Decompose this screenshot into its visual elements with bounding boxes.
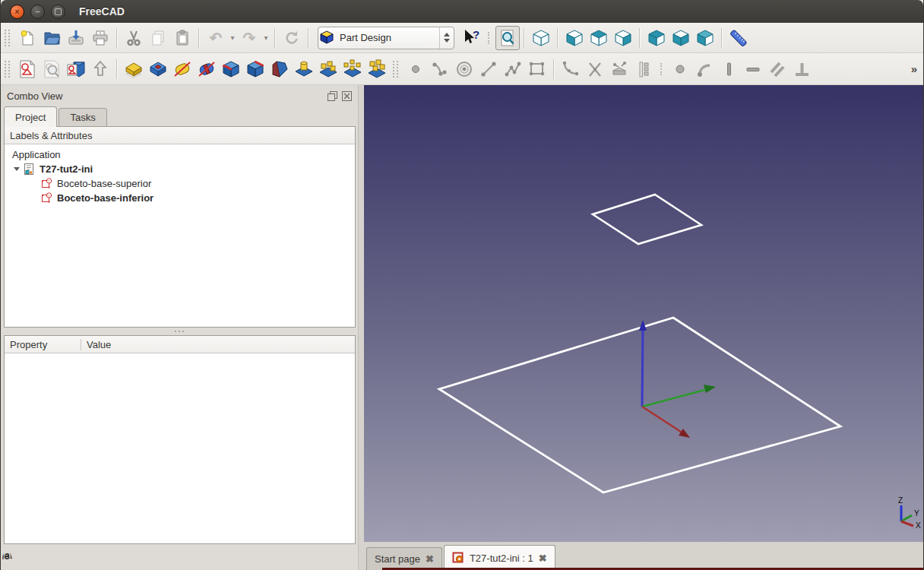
copy-button[interactable] — [146, 26, 170, 50]
maximize-window-button[interactable] — [51, 5, 65, 19]
close-window-button[interactable]: × — [10, 5, 24, 19]
mdi-tab-document[interactable]: T27-tut2-ini : 1 ✖ — [444, 545, 555, 570]
multi-transform-button[interactable] — [365, 57, 389, 81]
save-button[interactable] — [64, 26, 88, 50]
mdi-tab-start-page[interactable]: Start page ✖ — [366, 547, 442, 570]
sketch-polyline-button[interactable] — [501, 57, 525, 81]
constrain-horizontal-button[interactable] — [741, 57, 765, 81]
tree-item-document[interactable]: T27-tut2-ini — [5, 162, 355, 176]
separator — [198, 28, 200, 48]
cut-button[interactable] — [122, 26, 146, 50]
redo-menu-button[interactable]: ▾ — [261, 33, 271, 42]
separator — [721, 28, 723, 48]
viewport-column: Z Y X Start page ✖ T27-tut2-ini : 1 ✖ — [364, 85, 924, 570]
workbench-spinner[interactable] — [439, 27, 454, 49]
redo-button[interactable]: ↷ — [237, 26, 261, 50]
paste-button[interactable] — [170, 26, 195, 50]
create-sketch-button[interactable] — [15, 57, 40, 81]
tree-item-application[interactable]: Application — [5, 147, 355, 162]
whats-this-button[interactable]: ? — [459, 26, 483, 50]
top-view-button[interactable] — [587, 26, 611, 50]
left-view-button[interactable] — [693, 26, 717, 50]
trim-edge-button[interactable] — [583, 57, 607, 81]
new-document-button[interactable] — [15, 26, 40, 50]
refresh-button[interactable] — [280, 26, 304, 50]
revolution-icon — [172, 59, 192, 79]
tree-item-sketch-inferior[interactable]: Boceto-base-inferior — [5, 191, 355, 205]
sketch-superior-wireframe[interactable] — [593, 195, 701, 244]
constrain-vertical-button[interactable] — [717, 57, 741, 81]
linear-pattern-button[interactable] — [316, 57, 340, 81]
mirrored-button[interactable] — [292, 57, 316, 81]
property-table-body[interactable] — [5, 353, 355, 543]
whats-this-icon: ? — [461, 28, 481, 48]
constrain-coincident-button[interactable] — [668, 57, 692, 81]
value-column-header[interactable]: Value — [81, 339, 111, 350]
expander-icon[interactable] — [14, 167, 20, 171]
window-title: FreeCAD — [79, 5, 125, 17]
panel-viewport-splitter[interactable] — [358, 85, 364, 570]
right-view-button[interactable] — [611, 26, 635, 50]
open-folder-button[interactable] — [40, 26, 64, 50]
redo-icon: ↷ — [243, 29, 256, 47]
sketch-point-button[interactable] — [403, 57, 428, 81]
sketch-inferior-wireframe[interactable] — [439, 318, 840, 492]
freecad-document-icon — [452, 552, 464, 564]
fillet-button[interactable] — [219, 57, 243, 81]
toolbar-handle[interactable] — [660, 63, 663, 75]
circle-icon — [455, 60, 473, 78]
float-panel-icon[interactable] — [328, 91, 337, 101]
sketch-rectangle-button[interactable] — [525, 57, 549, 81]
toolbar-handle[interactable] — [5, 61, 10, 78]
pocket-button[interactable] — [146, 57, 170, 81]
minimize-window-button[interactable]: – — [30, 5, 45, 19]
tab-tasks[interactable]: Tasks — [59, 108, 106, 127]
workbench-selector[interactable]: Part Design — [318, 27, 454, 49]
constrain-parallel-button[interactable] — [765, 57, 790, 81]
toolbar-handle[interactable] — [488, 32, 491, 44]
toolbar-handle[interactable] — [5, 30, 10, 46]
groove-button[interactable] — [195, 57, 219, 81]
view-sketch-button[interactable] — [40, 57, 64, 81]
3d-viewport[interactable]: Z Y X — [364, 85, 924, 542]
fit-all-button[interactable] — [495, 26, 520, 50]
front-view-button[interactable] — [562, 26, 587, 50]
rear-view-button[interactable] — [644, 26, 669, 50]
sketch-circle-button[interactable] — [452, 57, 476, 81]
groove-icon — [197, 59, 217, 79]
titlebar: × – FreeCAD — [1, 0, 923, 23]
sketch-fillet-button[interactable] — [559, 57, 583, 81]
edit-controls-button[interactable] — [631, 57, 656, 81]
undo-menu-button[interactable]: ▾ — [228, 33, 237, 42]
print-button[interactable] — [88, 26, 112, 50]
map-sketch-to-face-button[interactable] — [64, 57, 88, 81]
axonometric-view-button[interactable] — [529, 26, 553, 50]
tab-project[interactable]: Project — [4, 106, 57, 127]
leave-sketch-button[interactable] — [88, 57, 112, 81]
measure-distance-button[interactable] — [726, 26, 751, 50]
separator — [116, 59, 118, 79]
constrain-perpendicular-button[interactable] — [790, 57, 814, 81]
tree-item-sketch-superior[interactable]: Boceto-base-superior — [5, 176, 355, 191]
panel-splitter[interactable] — [1, 328, 358, 335]
separator — [116, 28, 118, 48]
toolbar-handle[interactable] — [393, 61, 398, 78]
sketch-arc-button[interactable] — [428, 57, 452, 81]
undo-button[interactable]: ↶ — [204, 26, 228, 50]
bottom-view-button[interactable] — [669, 26, 693, 50]
revolution-button[interactable] — [170, 57, 195, 81]
constrain-tangent-button[interactable] — [692, 57, 717, 81]
refresh-icon — [283, 29, 301, 47]
external-geometry-button[interactable] — [607, 57, 631, 81]
close-tab-icon[interactable]: ✖ — [539, 553, 547, 564]
close-tab-icon[interactable]: ✖ — [426, 553, 434, 565]
sketch-line-button[interactable] — [476, 57, 501, 81]
draft-button[interactable] — [267, 57, 292, 81]
pad-button[interactable] — [122, 57, 146, 81]
polar-pattern-button[interactable] — [340, 57, 365, 81]
chamfer-button[interactable] — [243, 57, 267, 81]
new-document-icon — [18, 29, 36, 47]
property-column-header[interactable]: Property — [5, 339, 81, 350]
close-panel-icon[interactable] — [342, 91, 352, 101]
toolbar-overflow-button[interactable]: » — [911, 62, 917, 75]
